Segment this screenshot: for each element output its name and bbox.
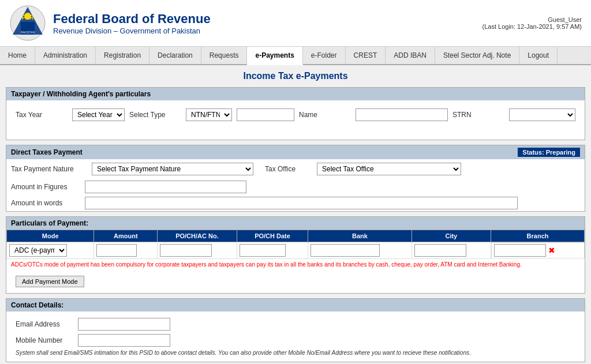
taxpayer-body: Tax Year Select Year Select Type NTN/FTN… [6,100,585,140]
nav-requests[interactable]: Requests [201,47,248,64]
amount-words-row: Amount in words [6,195,585,211]
tax-office-select[interactable]: Select Tax Office [317,163,461,175]
bank-cell [308,242,412,259]
user-info: Guest_User (Last Login: 12-Jan-2021, 9:5… [482,16,582,30]
email-input[interactable] [78,318,170,331]
amount-input[interactable] [96,244,137,257]
po-ac-cell [158,242,237,259]
system-note: System shall send Email/SMS intimation f… [11,348,580,357]
logo-area: FBR PAKISTAN Federal Board of Revenue Re… [9,5,211,42]
city-cell [412,242,491,259]
amount-words-label: Amount in words [11,199,80,207]
mode-select[interactable]: ADC (e-payment [9,244,67,257]
tax-payment-nature-label: Tax Payment Nature [11,165,80,173]
po-date-cell [237,242,308,259]
fbr-logo: FBR PAKISTAN [9,5,46,42]
svg-point-5 [24,13,31,20]
bank-input[interactable] [311,244,380,257]
nav-efolder[interactable]: e-Folder [303,47,346,64]
payment-table-container: Mode Amount PO/CH/AC No. PO/CH Date Bank… [6,230,585,259]
nav-administration[interactable]: Administration [35,47,96,64]
dtp-title: Direct Taxes Payment [11,148,83,156]
amount-words-input[interactable] [85,197,518,209]
po-ac-input[interactable] [160,244,212,257]
nav-logout[interactable]: Logout [519,47,558,64]
logo-box: FBR PAKISTAN [9,5,46,42]
payment-table: Mode Amount PO/CH/AC No. PO/CH Date Bank… [6,230,585,259]
contact-section: Contact Details: Email Address Mobile Nu… [6,298,585,362]
tax-year-select[interactable]: Select Year [72,108,125,121]
add-payment-mode-container: Add Payment Mode [6,270,585,293]
nav-epayments[interactable]: e-Payments [247,47,302,65]
status-badge: Status: Preparing [518,148,580,157]
add-payment-mode-button[interactable]: Add Payment Mode [16,276,84,287]
last-login: (Last Login: 12-Jan-2021, 9:57 AM) [482,23,582,30]
ntn-ftn-select[interactable]: NTN/FTN [186,108,232,121]
ntn-ftn-input[interactable] [237,108,294,121]
tax-year-label: Tax Year [16,111,68,119]
col-po-date: PO/CH Date [237,230,308,242]
col-city: City [412,230,491,242]
tax-payment-nature-select[interactable]: Select Tax Payment Nature [92,163,253,175]
main-nav: Home Administration Registration Declara… [0,47,591,65]
nav-home[interactable]: Home [0,47,35,64]
mode-cell: ADC (e-payment [7,242,94,259]
nav-crest[interactable]: CREST [346,47,386,64]
mobile-label: Mobile Number [16,336,73,344]
nav-registration[interactable]: Registration [96,47,149,64]
branch-input[interactable] [494,244,546,257]
mobile-row: Mobile Number [11,332,580,348]
taxpayer-extra-row [11,125,580,135]
branch-cell: ✖ [491,242,584,258]
nav-steel-sector[interactable]: Steel Sector Adj. Note [435,47,519,64]
table-row: ADC (e-payment [7,242,585,259]
delete-row-icon[interactable]: ✖ [548,246,555,255]
email-label: Email Address [16,320,73,328]
amount-cell [94,242,158,259]
taxpayer-section: Taxpayer / Withholding Agent's particula… [6,87,585,140]
direct-taxes-body: Tax Payment Nature Select Tax Payment Na… [6,159,585,211]
mobile-input[interactable] [78,334,170,347]
col-po-ac: PO/CH/AC No. [158,230,237,242]
org-subtitle: Revenue Division – Government of Pakista… [53,27,211,35]
amount-figures-label: Amount in Figures [11,183,80,191]
particulars-section: Particulars of Payment: Mode Amount PO/C… [6,216,585,294]
col-mode: Mode [7,230,94,242]
user-name: Guest_User [482,16,582,23]
contact-body: Email Address Mobile Number System shall… [6,312,585,362]
tax-office-label: Tax Office [265,165,305,173]
col-amount: Amount [94,230,158,242]
contact-header: Contact Details: [6,299,585,312]
org-name: Federal Board of Revenue Revenue Divisio… [53,12,211,35]
strn-label: STRN [452,111,504,119]
amount-figures-input[interactable] [85,181,246,193]
col-bank: Bank [308,230,412,242]
email-row: Email Address [11,316,580,332]
amount-figures-row: Amount in Figures [6,179,585,195]
dtp-header: Direct Taxes Payment Status: Preparing [6,145,585,159]
particulars-warning: ADCs/OTCs mode of payment has been compu… [6,259,585,270]
strn-select[interactable] [509,108,575,121]
particulars-header: Particulars of Payment: [6,217,585,230]
tax-year-row: Tax Year Select Year Select Type NTN/FTN… [11,105,580,125]
city-input[interactable] [414,244,466,257]
svg-text:PAKISTAN: PAKISTAN [21,31,35,34]
main-content: Income Tax e-Payments Taxpayer / Withhol… [0,65,591,364]
po-date-input[interactable] [240,244,286,257]
select-type-label: Select Type [129,111,181,119]
nav-declaration[interactable]: Declaration [149,47,201,64]
direct-taxes-section: Direct Taxes Payment Status: Preparing T… [6,145,585,212]
taxpayer-header: Taxpayer / Withholding Agent's particula… [6,88,585,100]
tax-payment-nature-row: Tax Payment Nature Select Tax Payment Na… [6,159,585,179]
name-input[interactable] [356,108,448,121]
nav-add-iban[interactable]: ADD IBAN [386,47,435,64]
col-branch: Branch [491,230,585,242]
org-title: Federal Board of Revenue [53,12,211,27]
page-title: Income Tax e-Payments [6,71,585,81]
page-header: FBR PAKISTAN Federal Board of Revenue Re… [0,0,591,47]
name-label: Name [299,111,351,119]
